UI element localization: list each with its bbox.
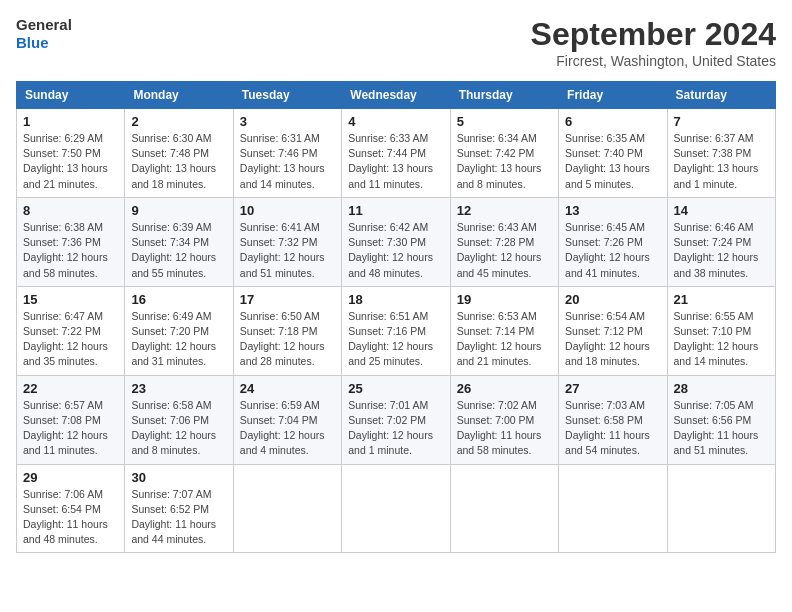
table-row: 28Sunrise: 7:05 AM Sunset: 6:56 PM Dayli… [667,375,775,464]
day-number: 22 [23,381,118,396]
table-row: 25Sunrise: 7:01 AM Sunset: 7:02 PM Dayli… [342,375,450,464]
table-row: 2Sunrise: 6:30 AM Sunset: 7:48 PM Daylig… [125,109,233,198]
header-tuesday: Tuesday [233,82,341,109]
table-row: 17Sunrise: 6:50 AM Sunset: 7:18 PM Dayli… [233,286,341,375]
table-row: 26Sunrise: 7:02 AM Sunset: 7:00 PM Dayli… [450,375,558,464]
day-number: 29 [23,470,118,485]
day-number: 28 [674,381,769,396]
day-number: 30 [131,470,226,485]
day-number: 2 [131,114,226,129]
day-number: 9 [131,203,226,218]
location: Fircrest, Washington, United States [531,53,776,69]
day-info: Sunrise: 6:47 AM Sunset: 7:22 PM Dayligh… [23,309,118,370]
day-number: 24 [240,381,335,396]
table-row [667,464,775,553]
table-row [342,464,450,553]
day-info: Sunrise: 6:59 AM Sunset: 7:04 PM Dayligh… [240,398,335,459]
logo: General Blue [16,16,72,52]
day-info: Sunrise: 6:54 AM Sunset: 7:12 PM Dayligh… [565,309,660,370]
table-row: 7Sunrise: 6:37 AM Sunset: 7:38 PM Daylig… [667,109,775,198]
day-info: Sunrise: 7:07 AM Sunset: 6:52 PM Dayligh… [131,487,226,548]
header-thursday: Thursday [450,82,558,109]
day-number: 1 [23,114,118,129]
table-row: 6Sunrise: 6:35 AM Sunset: 7:40 PM Daylig… [559,109,667,198]
table-row: 23Sunrise: 6:58 AM Sunset: 7:06 PM Dayli… [125,375,233,464]
header-sunday: Sunday [17,82,125,109]
day-number: 4 [348,114,443,129]
day-number: 12 [457,203,552,218]
table-row: 8Sunrise: 6:38 AM Sunset: 7:36 PM Daylig… [17,197,125,286]
calendar-week-row: 8Sunrise: 6:38 AM Sunset: 7:36 PM Daylig… [17,197,776,286]
table-row [233,464,341,553]
table-row: 27Sunrise: 7:03 AM Sunset: 6:58 PM Dayli… [559,375,667,464]
header-saturday: Saturday [667,82,775,109]
day-info: Sunrise: 6:33 AM Sunset: 7:44 PM Dayligh… [348,131,443,192]
header-wednesday: Wednesday [342,82,450,109]
calendar-week-row: 22Sunrise: 6:57 AM Sunset: 7:08 PM Dayli… [17,375,776,464]
month-title: September 2024 [531,16,776,53]
table-row: 16Sunrise: 6:49 AM Sunset: 7:20 PM Dayli… [125,286,233,375]
day-info: Sunrise: 6:57 AM Sunset: 7:08 PM Dayligh… [23,398,118,459]
day-info: Sunrise: 7:05 AM Sunset: 6:56 PM Dayligh… [674,398,769,459]
day-number: 13 [565,203,660,218]
title-block: September 2024 Fircrest, Washington, Uni… [531,16,776,69]
calendar-table: Sunday Monday Tuesday Wednesday Thursday… [16,81,776,553]
day-info: Sunrise: 6:37 AM Sunset: 7:38 PM Dayligh… [674,131,769,192]
table-row: 5Sunrise: 6:34 AM Sunset: 7:42 PM Daylig… [450,109,558,198]
calendar-week-row: 29Sunrise: 7:06 AM Sunset: 6:54 PM Dayli… [17,464,776,553]
day-info: Sunrise: 6:30 AM Sunset: 7:48 PM Dayligh… [131,131,226,192]
table-row: 14Sunrise: 6:46 AM Sunset: 7:24 PM Dayli… [667,197,775,286]
table-row: 19Sunrise: 6:53 AM Sunset: 7:14 PM Dayli… [450,286,558,375]
day-info: Sunrise: 7:06 AM Sunset: 6:54 PM Dayligh… [23,487,118,548]
header-monday: Monday [125,82,233,109]
day-info: Sunrise: 6:45 AM Sunset: 7:26 PM Dayligh… [565,220,660,281]
day-number: 27 [565,381,660,396]
day-info: Sunrise: 6:29 AM Sunset: 7:50 PM Dayligh… [23,131,118,192]
table-row: 3Sunrise: 6:31 AM Sunset: 7:46 PM Daylig… [233,109,341,198]
page-header: General Blue September 2024 Fircrest, Wa… [16,16,776,69]
day-number: 7 [674,114,769,129]
day-info: Sunrise: 6:43 AM Sunset: 7:28 PM Dayligh… [457,220,552,281]
day-number: 11 [348,203,443,218]
day-info: Sunrise: 6:53 AM Sunset: 7:14 PM Dayligh… [457,309,552,370]
table-row: 30Sunrise: 7:07 AM Sunset: 6:52 PM Dayli… [125,464,233,553]
day-info: Sunrise: 6:39 AM Sunset: 7:34 PM Dayligh… [131,220,226,281]
table-row: 13Sunrise: 6:45 AM Sunset: 7:26 PM Dayli… [559,197,667,286]
logo-text: General Blue [16,16,72,52]
table-row: 9Sunrise: 6:39 AM Sunset: 7:34 PM Daylig… [125,197,233,286]
day-number: 8 [23,203,118,218]
calendar-week-row: 1Sunrise: 6:29 AM Sunset: 7:50 PM Daylig… [17,109,776,198]
day-number: 21 [674,292,769,307]
table-row: 24Sunrise: 6:59 AM Sunset: 7:04 PM Dayli… [233,375,341,464]
day-info: Sunrise: 6:58 AM Sunset: 7:06 PM Dayligh… [131,398,226,459]
day-number: 5 [457,114,552,129]
day-number: 14 [674,203,769,218]
table-row: 20Sunrise: 6:54 AM Sunset: 7:12 PM Dayli… [559,286,667,375]
day-info: Sunrise: 6:49 AM Sunset: 7:20 PM Dayligh… [131,309,226,370]
day-number: 20 [565,292,660,307]
day-number: 19 [457,292,552,307]
table-row: 4Sunrise: 6:33 AM Sunset: 7:44 PM Daylig… [342,109,450,198]
day-info: Sunrise: 7:02 AM Sunset: 7:00 PM Dayligh… [457,398,552,459]
day-number: 6 [565,114,660,129]
header-friday: Friday [559,82,667,109]
table-row: 21Sunrise: 6:55 AM Sunset: 7:10 PM Dayli… [667,286,775,375]
day-info: Sunrise: 7:01 AM Sunset: 7:02 PM Dayligh… [348,398,443,459]
day-info: Sunrise: 7:03 AM Sunset: 6:58 PM Dayligh… [565,398,660,459]
day-info: Sunrise: 6:46 AM Sunset: 7:24 PM Dayligh… [674,220,769,281]
table-row: 15Sunrise: 6:47 AM Sunset: 7:22 PM Dayli… [17,286,125,375]
day-info: Sunrise: 6:31 AM Sunset: 7:46 PM Dayligh… [240,131,335,192]
day-info: Sunrise: 6:34 AM Sunset: 7:42 PM Dayligh… [457,131,552,192]
table-row: 12Sunrise: 6:43 AM Sunset: 7:28 PM Dayli… [450,197,558,286]
day-info: Sunrise: 6:38 AM Sunset: 7:36 PM Dayligh… [23,220,118,281]
table-row: 11Sunrise: 6:42 AM Sunset: 7:30 PM Dayli… [342,197,450,286]
day-info: Sunrise: 6:42 AM Sunset: 7:30 PM Dayligh… [348,220,443,281]
calendar-header-row: Sunday Monday Tuesday Wednesday Thursday… [17,82,776,109]
day-number: 26 [457,381,552,396]
day-info: Sunrise: 6:41 AM Sunset: 7:32 PM Dayligh… [240,220,335,281]
day-number: 3 [240,114,335,129]
day-number: 23 [131,381,226,396]
day-info: Sunrise: 6:51 AM Sunset: 7:16 PM Dayligh… [348,309,443,370]
table-row: 29Sunrise: 7:06 AM Sunset: 6:54 PM Dayli… [17,464,125,553]
table-row: 10Sunrise: 6:41 AM Sunset: 7:32 PM Dayli… [233,197,341,286]
